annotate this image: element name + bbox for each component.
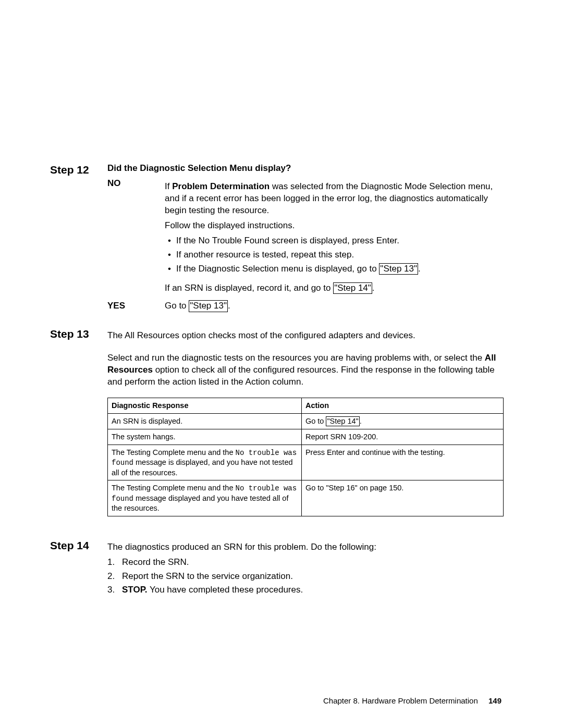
table-header-row: Diagnostic Response Action bbox=[108, 398, 504, 414]
yes-label: YES bbox=[107, 300, 165, 312]
step-12-heading: Step 12 bbox=[50, 163, 107, 177]
step-14-heading: Step 14 bbox=[50, 538, 107, 553]
text: . bbox=[418, 264, 421, 274]
step-14-p1: The diagnostics produced an SRN for this… bbox=[107, 541, 504, 553]
step-13: Step 13 The All Resources option checks … bbox=[50, 327, 504, 516]
step-14: Step 14 The diagnostics produced an SRN … bbox=[50, 538, 504, 599]
step-13-heading: Step 13 bbox=[50, 327, 107, 341]
link-step-14[interactable]: "Step 14" bbox=[333, 282, 372, 294]
table-row: The system hangs. Report SRN 109-200. bbox=[108, 429, 504, 445]
text: Select and run the diagnostic tests on t… bbox=[107, 353, 485, 363]
text: . bbox=[228, 301, 230, 311]
no-label: NO bbox=[107, 178, 165, 190]
text: You have completed these procedures. bbox=[148, 585, 303, 595]
cell: Go to "Step 14". bbox=[301, 413, 503, 429]
diagnostic-response-table: Diagnostic Response Action An SRN is dis… bbox=[107, 398, 504, 516]
step-12-question: Did the Diagnostic Selection Menu displa… bbox=[107, 163, 504, 175]
text: Go to bbox=[305, 417, 326, 425]
text: . bbox=[360, 417, 362, 425]
text: . bbox=[372, 283, 375, 293]
text: option to check all of the configured re… bbox=[107, 365, 495, 387]
cell: The Testing Complete menu and the No tro… bbox=[108, 445, 302, 480]
list-item: Record the SRN. bbox=[107, 557, 504, 569]
link-step-13[interactable]: "Step 13" bbox=[379, 263, 418, 275]
step-12-no-row: NO If Problem Determination was selected… bbox=[107, 178, 504, 298]
text: message displayed and you have tested al… bbox=[112, 494, 288, 512]
col-action: Action bbox=[301, 398, 503, 414]
bullet-item: If the Diagnostic Selection menu is disp… bbox=[168, 263, 504, 275]
text-bold: STOP. bbox=[122, 585, 148, 595]
step-12-no-p3: If an SRN is displayed, record it, and g… bbox=[165, 282, 504, 294]
cell: Report SRN 109-200. bbox=[301, 429, 503, 445]
text-bold: Problem Determination bbox=[172, 181, 270, 191]
table-row: An SRN is displayed. Go to "Step 14". bbox=[108, 413, 504, 429]
text: The Testing Complete menu and the bbox=[112, 484, 236, 492]
link-step-13[interactable]: "Step 13" bbox=[189, 300, 228, 312]
step-12-no-p1: If Problem Determination was selected fr… bbox=[165, 181, 504, 217]
page-content: Step 12 Did the Diagnostic Selection Men… bbox=[50, 163, 504, 598]
bullet-item: If another resource is tested, repeat th… bbox=[168, 249, 504, 261]
link-step-14[interactable]: "Step 14" bbox=[326, 416, 359, 426]
table-row: The Testing Complete menu and the No tro… bbox=[108, 445, 504, 480]
col-diagnostic-response: Diagnostic Response bbox=[108, 398, 302, 414]
step-13-p1: The All Resources option checks most of … bbox=[107, 330, 504, 342]
text: Go to bbox=[165, 301, 189, 311]
step-12-bullets: If the No Trouble Found screen is displa… bbox=[168, 235, 504, 275]
page-footer: Chapter 8. Hardware Problem Determinatio… bbox=[0, 696, 563, 706]
table-row: The Testing Complete menu and the No tro… bbox=[108, 480, 504, 516]
footer-page-number: 149 bbox=[488, 696, 501, 705]
cell: Press Enter and continue with the testin… bbox=[301, 445, 503, 480]
cell: Go to "Step 16" on page 150. bbox=[301, 480, 503, 516]
cell: The Testing Complete menu and the No tro… bbox=[108, 480, 302, 516]
text: If bbox=[165, 181, 172, 191]
step-14-list: Record the SRN. Report the SRN to the se… bbox=[107, 557, 504, 597]
step-12-no-p2: Follow the displayed instructions. bbox=[165, 220, 504, 232]
cell: The system hangs. bbox=[108, 429, 302, 445]
list-item: Report the SRN to the service organizati… bbox=[107, 571, 504, 583]
footer-chapter: Chapter 8. Hardware Problem Determinatio… bbox=[323, 696, 478, 705]
cell: An SRN is displayed. bbox=[108, 413, 302, 429]
text: message is displayed, and you have not t… bbox=[112, 458, 293, 476]
step-12: Step 12 Did the Diagnostic Selection Men… bbox=[50, 163, 504, 312]
step-13-p2: Select and run the diagnostic tests on t… bbox=[107, 352, 504, 388]
list-item: STOP. You have completed these procedure… bbox=[107, 584, 504, 596]
bullet-item: If the No Trouble Found screen is displa… bbox=[168, 235, 504, 247]
text: If an SRN is displayed, record it, and g… bbox=[165, 283, 333, 293]
text: If the Diagnostic Selection menu is disp… bbox=[176, 264, 379, 274]
text: The Testing Complete menu and the bbox=[112, 448, 236, 456]
step-12-yes-row: YES Go to "Step 13". bbox=[107, 300, 504, 312]
